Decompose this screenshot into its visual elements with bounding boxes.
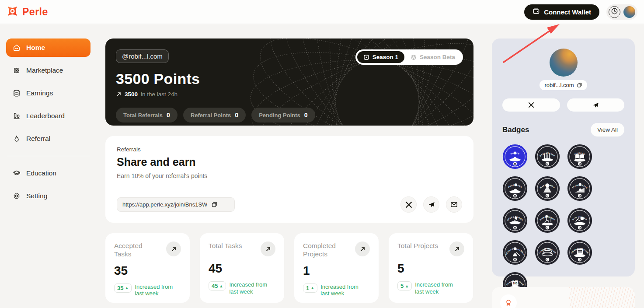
copy-icon[interactable] <box>211 201 218 208</box>
points-total: 3500 Points <box>116 70 463 88</box>
up-triangle-icon: ▲ <box>405 284 409 288</box>
referrals-subtitle: Earn 10% of your referral's points <box>117 172 462 179</box>
stat-note: 5▲ Increased from last week <box>397 281 464 295</box>
perle-logo-icon <box>7 5 18 19</box>
stat-delta-chip: 1▲ <box>303 284 317 293</box>
profile-avatar <box>550 49 578 77</box>
sidebar-item-home[interactable]: Home <box>6 38 91 57</box>
x-icon <box>528 102 534 108</box>
referral-points-pill: Referral Points 0 <box>183 108 246 122</box>
badge-novice[interactable]: NOVICE <box>502 144 528 169</box>
badge-speed-demon[interactable]: SPEED DEMON <box>502 208 528 233</box>
view-all-badges-button[interactable]: View All <box>591 123 624 136</box>
stat-title: Total Projects <box>397 242 438 250</box>
badge-professor[interactable]: PROFESSOR <box>502 176 528 201</box>
badge-researcher[interactable]: RESEARCHER <box>535 144 560 169</box>
profile-panel: robif...l.com Badges View All NOVICE <box>492 38 635 276</box>
pill-value: 0 <box>235 112 238 119</box>
stat-delta-chip: 45▲ <box>209 281 226 290</box>
points-hero-card: @robif...l.com Season 1 Season Beta <box>105 38 473 126</box>
pending-points-pill: Pending Points 0 <box>251 108 315 122</box>
app-root: Perle Connect Wallet <box>0 0 644 308</box>
sidebar-item-earnings[interactable]: Earnings <box>6 84 91 102</box>
sidebar-item-leaderboard[interactable]: Leaderboard <box>6 107 91 125</box>
topbar-right: Connect Wallet <box>524 4 637 20</box>
connect-wallet-label: Connect Wallet <box>544 8 591 16</box>
user-avatar[interactable] <box>623 6 635 18</box>
profile-x-button[interactable] <box>502 98 560 112</box>
wallet-icon <box>533 7 540 16</box>
stat-title: Total Tasks <box>209 242 242 250</box>
setting-icon <box>13 192 21 200</box>
sidebar-item-label: Earnings <box>26 89 53 97</box>
season-icon <box>363 54 369 60</box>
badge-trailblazer[interactable]: TRAILBLAZER <box>567 176 592 201</box>
badge-mastermind[interactable]: MASTERMIND <box>535 176 560 201</box>
badges-title: Badges <box>502 126 529 134</box>
stat-card-total-tasks: Total Tasks 45 45▲ Increased from last w… <box>200 233 284 303</box>
pill-value: 0 <box>167 112 170 119</box>
arrow-up-right-icon <box>171 246 177 252</box>
badge-bug-hunter[interactable]: BUG HUNTER <box>567 208 592 233</box>
open-accepted-tasks-button[interactable] <box>166 242 181 256</box>
open-completed-projects-button[interactable] <box>355 242 370 256</box>
badge-combo-master-1[interactable]: COMBO MASTER <box>535 240 560 265</box>
rewards-teaser-card[interactable] <box>492 287 635 308</box>
sidebar-item-setting[interactable]: Setting <box>6 187 91 205</box>
brand-name: Perle <box>22 6 48 18</box>
leaderboard-icon <box>13 112 21 120</box>
connect-wallet-button[interactable]: Connect Wallet <box>524 4 599 20</box>
marketplace-icon <box>13 66 21 74</box>
badge-combo-master-2[interactable]: COMBO MASTER <box>567 240 592 265</box>
season-toggle: Season 1 Season Beta <box>355 49 463 65</box>
medal-icon <box>500 294 517 308</box>
utility-pill <box>606 4 637 20</box>
brand-logo[interactable]: Perle <box>7 5 48 19</box>
sidebar-item-marketplace[interactable]: Marketplace <box>6 61 91 80</box>
copy-icon[interactable] <box>577 82 582 88</box>
badge-accuracy-guardian[interactable]: ACCURACY GUARDIAN <box>502 240 528 265</box>
stat-note: 45▲ Increased from last week <box>209 281 275 295</box>
history-clock-button[interactable] <box>609 6 620 18</box>
stat-delta-chip: 5▲ <box>397 281 412 290</box>
sidebar-item-label: Home <box>26 44 45 52</box>
season-beta-tab[interactable]: Season Beta <box>404 51 461 63</box>
sidebar-divider <box>7 156 90 156</box>
share-x-button[interactable] <box>400 196 417 213</box>
referral-link-field[interactable]: https://app.perle.xyz/join/Bns1SW <box>117 197 235 212</box>
sidebar-item-label: Referral <box>26 135 50 143</box>
open-total-projects-button[interactable] <box>449 242 464 256</box>
share-email-button[interactable] <box>446 196 462 213</box>
badge-marathoner[interactable]: MARATHONER <box>535 208 560 233</box>
referral-link-text: https://app.perle.xyz/join/Bns1SW <box>122 201 207 208</box>
open-total-tasks-button[interactable] <box>261 242 275 256</box>
telegram-icon <box>428 201 435 208</box>
stat-delta-chip: 35▲ <box>114 284 132 293</box>
stripe-pattern <box>569 287 635 308</box>
telegram-icon <box>592 102 599 108</box>
share-telegram-button[interactable] <box>423 196 439 213</box>
profile-telegram-button[interactable] <box>567 98 625 112</box>
x-icon <box>405 201 412 208</box>
stat-note-text: Increased from last week <box>415 281 463 295</box>
main-content: @robif...l.com Season 1 Season Beta <box>105 38 473 303</box>
share-buttons <box>400 196 462 213</box>
sidebar-item-label: Marketplace <box>26 66 63 74</box>
stat-value: 45 <box>209 262 275 276</box>
badge-grid: NOVICE RESEARCHER SCHOLAR PROFESSOR MAST… <box>502 144 624 297</box>
stats-row: Accepted Tasks 35 35▲ Increased from las… <box>105 233 473 303</box>
referral-icon <box>13 135 21 143</box>
badge-scholar[interactable]: SCHOLAR <box>567 144 592 169</box>
profile-social-buttons <box>502 98 624 112</box>
season-1-tab[interactable]: Season 1 <box>357 51 404 63</box>
stat-title: Completed Projects <box>303 242 345 259</box>
season-beta-label: Season Beta <box>420 54 455 60</box>
stat-note-text: Increased from last week <box>229 281 275 295</box>
sidebar-item-education[interactable]: Education <box>6 164 91 182</box>
profile-handle-pill[interactable]: robif...l.com <box>540 80 587 90</box>
points-delta: 3500 in the last 24h <box>116 91 463 98</box>
delta-value: 3500 <box>125 91 138 98</box>
sidebar-item-referral[interactable]: Referral <box>6 130 91 148</box>
stat-note: 35▲ Increased from last week <box>114 284 181 297</box>
stat-value: 35 <box>114 264 181 278</box>
